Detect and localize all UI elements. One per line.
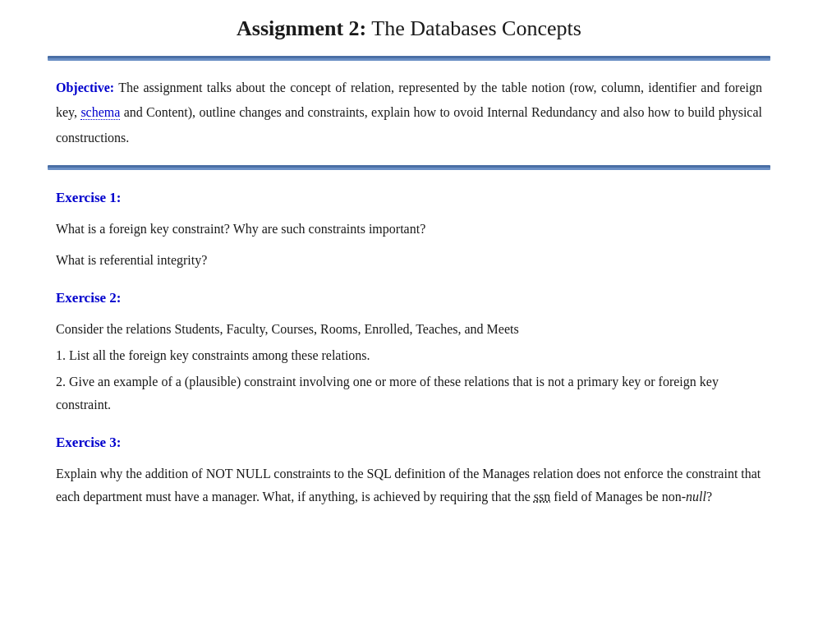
- schema-link[interactable]: schema: [80, 105, 120, 120]
- exercise-1-title: Exercise 1:: [56, 190, 762, 206]
- exercise-1-q1: What is a foreign key constraint? Why ar…: [56, 218, 762, 241]
- exercise-3-section: Exercise 3: Explain why the addition of …: [48, 435, 770, 508]
- top-divider: [48, 56, 770, 61]
- objective-body: The assignment talks about the concept o…: [56, 80, 762, 145]
- exercise-3-text: Explain why the addition of NOT NULL con…: [56, 462, 762, 508]
- exercise-2-title: Exercise 2:: [56, 290, 762, 306]
- page-title: Assignment 2: The Databases Concepts: [48, 16, 770, 41]
- title-normal: The Databases Concepts: [366, 16, 581, 40]
- exercise-2-list-1: 1. List all the foreign key constraints …: [56, 344, 762, 367]
- exercise-3-body: Explain why the addition of NOT NULL con…: [56, 462, 762, 508]
- exercise-1-section: Exercise 1: What is a foreign key constr…: [48, 190, 770, 272]
- bottom-divider: [48, 165, 770, 170]
- exercise-3-title: Exercise 3:: [56, 435, 762, 451]
- exercise-1-q2: What is referential integrity?: [56, 249, 762, 272]
- objective-text: Objective: The assignment talks about th…: [56, 76, 762, 150]
- ssn-underline: ssn: [534, 490, 550, 504]
- title-bold: Assignment 2:: [237, 16, 366, 40]
- exercise-2-list-2: 2. Give an example of a (plausible) cons…: [56, 370, 762, 416]
- exercise-2-intro: Consider the relations Students, Faculty…: [56, 318, 762, 341]
- exercise-2-body: Consider the relations Students, Faculty…: [56, 318, 762, 416]
- exercise-1-body: What is a foreign key constraint? Why ar…: [56, 218, 762, 272]
- exercise-2-section: Exercise 2: Consider the relations Stude…: [48, 290, 770, 416]
- null-italic: null: [686, 490, 706, 504]
- objective-label: Objective:: [56, 80, 114, 94]
- page-container: Assignment 2: The Databases Concepts Obj…: [15, 0, 803, 543]
- objective-section: Objective: The assignment talks about th…: [48, 76, 770, 150]
